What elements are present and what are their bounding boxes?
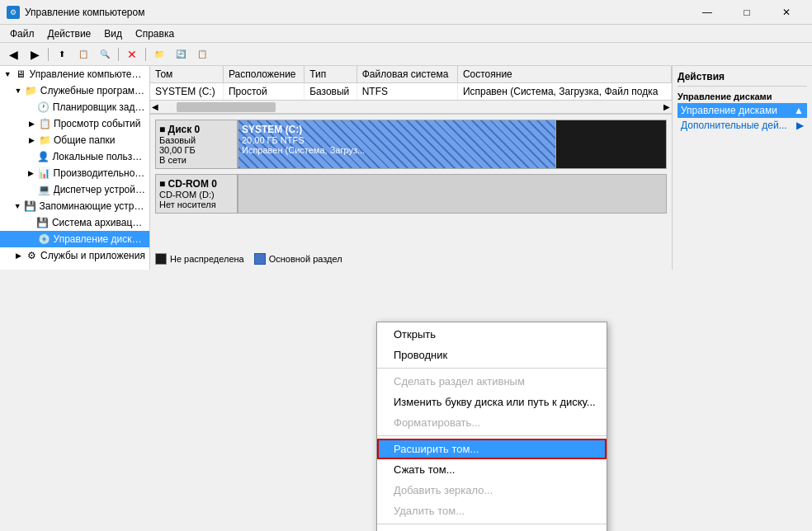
ctx-sep-2	[377, 435, 607, 436]
expand-icon-svcapp: ▶	[13, 251, 23, 261]
tree-item-svcapp[interactable]: ▶ ⚙ Службы и приложения	[0, 247, 149, 264]
toolbar-forward[interactable]: ▶	[25, 45, 45, 63]
table-row[interactable]: SYSTEM (C:) Простой Базовый NTFS Исправе…	[150, 83, 672, 101]
tree-item-backup[interactable]: 💾 Система архивации да...	[0, 214, 149, 231]
disk-part-c[interactable]: SYSTEM (C:) 20,00 ГБ NTFS Исправен (Сист…	[238, 120, 556, 168]
devmgr-icon: 💻	[38, 183, 51, 196]
tree-item-scheduler[interactable]: 🕐 Планировщик заданий	[0, 99, 149, 115]
perf-icon: 📊	[38, 167, 51, 180]
col-fs: Файловая система	[356, 66, 457, 83]
disk-part-unalloc[interactable]	[556, 120, 666, 168]
actions-title: Действия	[677, 71, 807, 82]
ctx-shrink[interactable]: Сжать том...	[377, 459, 607, 480]
ctx-extend[interactable]: Расширить том...	[377, 439, 607, 459]
hscroll-right[interactable]: ▶	[662, 102, 672, 111]
main-split: ▼ 🖥 Управление компьютером (л ▼ 📁 Служеб…	[0, 66, 812, 270]
disk-0-label: ■ Диск 0 Базовый 30,00 ГБ В сети	[155, 120, 238, 169]
toolbar-show[interactable]: 📋	[73, 45, 93, 63]
tree-label-scheduler: Планировщик заданий	[53, 101, 146, 113]
legend-unalloc-label: Не распределена	[170, 254, 244, 264]
content-area: Том Расположение Тип Файловая система Со…	[150, 66, 672, 270]
toolbar-up[interactable]: ⬆	[52, 45, 72, 63]
col-status: Состояние	[457, 66, 671, 83]
expand-icon-perf: ▶	[26, 168, 36, 178]
toolbar-back[interactable]: ◀	[3, 45, 23, 63]
expand-icon-folders: ▶	[26, 135, 36, 145]
close-button[interactable]: ✕	[767, 0, 805, 25]
toolbar-properties[interactable]: 📋	[192, 45, 212, 63]
toolbar-export[interactable]: 📁	[149, 45, 169, 63]
disk-legend: Не распределена Основной раздел	[155, 251, 342, 266]
minimize-button[interactable]: —	[688, 0, 726, 25]
tree-label-events: Просмотр событий	[54, 118, 140, 129]
expand-icon-storage: ▼	[13, 201, 21, 211]
app-icon: ⚙	[7, 6, 20, 19]
legend-unalloc: Не распределена	[155, 253, 244, 265]
disk-row-cd: ■ CD-ROM 0 CD-ROM (D:) Нет носителя	[155, 174, 667, 214]
expand-icon-devmgr	[26, 185, 36, 195]
window-title: Управление компьютером	[25, 7, 688, 18]
tree-label-perf: Производительность	[54, 167, 146, 179]
expand-icon-backup	[26, 218, 35, 228]
tree-item-folders[interactable]: ▶ 📁 Общие папки	[0, 132, 149, 148]
menu-file[interactable]: Файл	[3, 26, 41, 41]
ctx-explorer[interactable]: Проводник	[377, 345, 607, 365]
tree-label-storage: Запоминающие устройст...	[39, 200, 146, 212]
toolbar: ◀ ▶ ⬆ 📋 🔍 ✕ 📁 🔄 📋	[0, 43, 812, 66]
hscroll-thumb[interactable]	[177, 102, 276, 112]
ctx-properties[interactable]: Свойства	[377, 527, 607, 531]
h-scrollbar[interactable]: ◀ ▶	[150, 100, 672, 113]
tree-item-perf[interactable]: ▶ 📊 Производительность	[0, 165, 149, 181]
disk-icon: 💿	[38, 233, 51, 246]
action-more[interactable]: Дополнительные дей... ▶	[677, 118, 807, 133]
action-more-label: Дополнительные дей...	[681, 120, 787, 131]
hscroll-left[interactable]: ◀	[150, 102, 160, 111]
disk-row-0: ■ Диск 0 Базовый 30,00 ГБ В сети SYSTEM …	[155, 120, 667, 169]
ctx-format: Форматировать...	[377, 412, 607, 433]
ctx-open[interactable]: Открыть	[377, 324, 607, 345]
tree-label-users: Локальные пользоват...	[52, 151, 146, 162]
tree-item-root[interactable]: ▼ 🖥 Управление компьютером (л	[0, 66, 149, 82]
folder-icon-shared: 📁	[38, 134, 51, 147]
tree-label-root: Управление компьютером (л	[30, 68, 146, 80]
part-c-name: SYSTEM (C:)	[242, 124, 552, 135]
tree-panel: ▼ 🖥 Управление компьютером (л ▼ 📁 Служеб…	[0, 66, 150, 270]
tree-item-devmgr[interactable]: 💻 Диспетчер устройств	[0, 181, 149, 198]
toolbar-search[interactable]: 🔍	[95, 45, 115, 63]
legend-primary-label: Основной раздел	[269, 254, 342, 264]
maximize-button[interactable]: □	[728, 0, 766, 25]
title-bar: ⚙ Управление компьютером — □ ✕	[0, 0, 812, 25]
table-area: Том Расположение Тип Файловая система Со…	[150, 66, 672, 100]
tree-item-diskmgmt[interactable]: 💿 Управление дисками	[0, 231, 149, 247]
expand-icon-services: ▼	[13, 86, 23, 96]
toolbar-refresh[interactable]: 🔄	[171, 45, 191, 63]
col-type: Тип	[304, 66, 357, 83]
toolbar-delete[interactable]: ✕	[122, 45, 142, 63]
tree-item-users[interactable]: 👤 Локальные пользоват...	[0, 148, 149, 165]
menu-help[interactable]: Справка	[129, 26, 181, 41]
menu-view[interactable]: Вид	[97, 26, 129, 41]
disk-cd-label: ■ CD-ROM 0 CD-ROM (D:) Нет носителя	[155, 174, 238, 214]
disk-cd-name: ■ CD-ROM 0	[159, 178, 234, 190]
disk-0-status: В сети	[159, 155, 234, 165]
computer-icon: 🖥	[14, 68, 27, 81]
disk-0-name: ■ Диск 0	[159, 124, 234, 135]
disk-cd-status: Нет носителя	[159, 200, 234, 209]
ctx-mirror: Добавить зеркало...	[377, 480, 607, 500]
actions-section-title: Управление дисками	[677, 90, 807, 103]
disk-cd-type: CD-ROM (D:)	[159, 190, 234, 200]
legend-unalloc-box	[155, 253, 167, 265]
tree-label-folders: Общие папки	[54, 134, 115, 146]
menu-action[interactable]: Действие	[41, 26, 98, 41]
tree-label-services: Служебные программы	[40, 85, 146, 96]
ctx-driveletter[interactable]: Изменить букву диска или путь к диску...	[377, 392, 607, 412]
tree-item-events[interactable]: ▶ 📋 Просмотр событий	[0, 115, 149, 132]
ctx-sep-1	[377, 368, 607, 369]
tree-item-storage[interactable]: ▼ 💾 Запоминающие устройст...	[0, 198, 149, 214]
actions-divider-1	[677, 86, 807, 87]
backup-icon: 💾	[36, 216, 50, 229]
events-icon: 📋	[38, 117, 51, 130]
action-diskmgmt-arrow: ▲	[794, 105, 804, 116]
action-diskmgmt[interactable]: Управление дисками ▲	[677, 103, 807, 118]
tree-item-services[interactable]: ▼ 📁 Служебные программы	[0, 82, 149, 99]
